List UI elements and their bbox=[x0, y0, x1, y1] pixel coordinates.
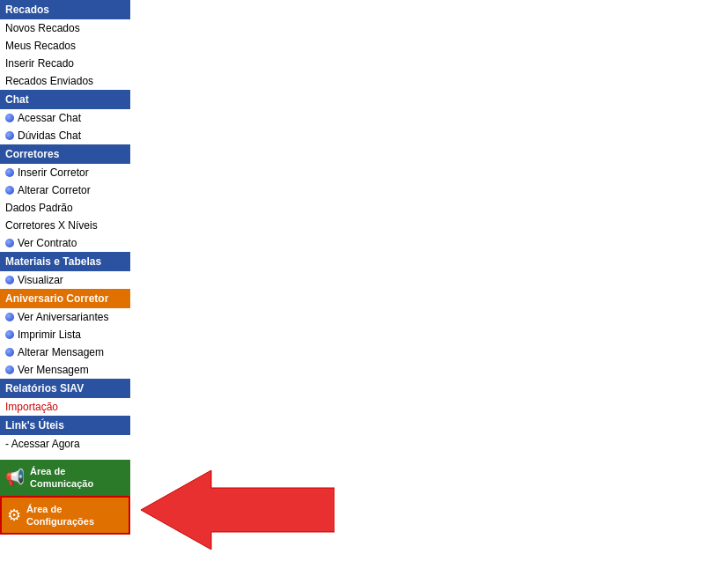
section-header-chat: Chat bbox=[0, 90, 130, 109]
sidebar: Recados Novos Recados Meus Recados Inser… bbox=[0, 0, 130, 535]
menu-item-inserir-corretor[interactable]: Inserir Corretor bbox=[0, 164, 130, 181]
btn-configuracoes-label: Área de Configurações bbox=[26, 503, 94, 528]
menu-item-alterar-corretor[interactable]: Alterar Corretor bbox=[0, 181, 130, 199]
btn-comunicacao[interactable]: 📢 Área de Comunicação bbox=[0, 460, 130, 496]
section-header-materiais: Materiais e Tabelas bbox=[0, 252, 130, 271]
menu-item-acessar-chat[interactable]: Acessar Chat bbox=[0, 109, 130, 127]
btn-configuracoes[interactable]: ⚙ Área de Configurações bbox=[0, 496, 130, 535]
bullet-icon bbox=[5, 330, 14, 339]
bullet-icon bbox=[5, 168, 14, 177]
btn-comunicacao-label: Área de Comunicação bbox=[30, 465, 93, 491]
bullet-icon bbox=[5, 348, 14, 357]
bullet-icon bbox=[5, 131, 14, 140]
menu-item-importacao[interactable]: Importação bbox=[0, 398, 130, 416]
menu-item-duvidas-chat[interactable]: Dúvidas Chat bbox=[0, 127, 130, 144]
menu-item-ver-contrato[interactable]: Ver Contrato bbox=[0, 234, 130, 252]
bullet-icon bbox=[5, 365, 14, 374]
menu-item-dados-padrao[interactable]: Dados Padrão bbox=[0, 199, 130, 217]
bullet-icon bbox=[5, 239, 14, 247]
menu-item-inserir-recado[interactable]: Inserir Recado bbox=[0, 55, 130, 72]
section-header-links: Link's Úteis bbox=[0, 416, 130, 435]
menu-item-corretores-niveis[interactable]: Corretores X Níveis bbox=[0, 217, 130, 234]
arrow-pointer bbox=[141, 470, 335, 552]
bullet-icon bbox=[5, 186, 14, 195]
menu-item-acessar-agora[interactable]: - Acessar Agora bbox=[0, 435, 130, 453]
comunicacao-icon: 📢 bbox=[5, 468, 25, 487]
arrow-svg bbox=[141, 470, 335, 550]
menu-item-novos-recados[interactable]: Novos Recados bbox=[0, 19, 130, 37]
section-header-recados: Recados bbox=[0, 0, 130, 19]
menu-item-alterar-mensagem[interactable]: Alterar Mensagem bbox=[0, 343, 130, 361]
bullet-icon bbox=[5, 114, 14, 122]
bullet-icon bbox=[5, 276, 14, 284]
configuracoes-icon: ⚙ bbox=[7, 506, 21, 525]
svg-marker-0 bbox=[141, 470, 335, 550]
menu-item-ver-mensagem[interactable]: Ver Mensagem bbox=[0, 361, 130, 379]
section-header-corretores: Corretores bbox=[0, 144, 130, 164]
menu-item-ver-aniversariantes[interactable]: Ver Aniversariantes bbox=[0, 308, 130, 326]
menu-item-recados-enviados[interactable]: Recados Enviados bbox=[0, 72, 130, 90]
menu-item-imprimir-lista[interactable]: Imprimir Lista bbox=[0, 326, 130, 343]
section-header-relatorios: Relatórios SIAV bbox=[0, 379, 130, 398]
section-header-aniversario: Aniversario Corretor bbox=[0, 289, 130, 308]
menu-item-meus-recados[interactable]: Meus Recados bbox=[0, 37, 130, 55]
bullet-icon bbox=[5, 313, 14, 321]
menu-item-visualizar[interactable]: Visualizar bbox=[0, 271, 130, 289]
